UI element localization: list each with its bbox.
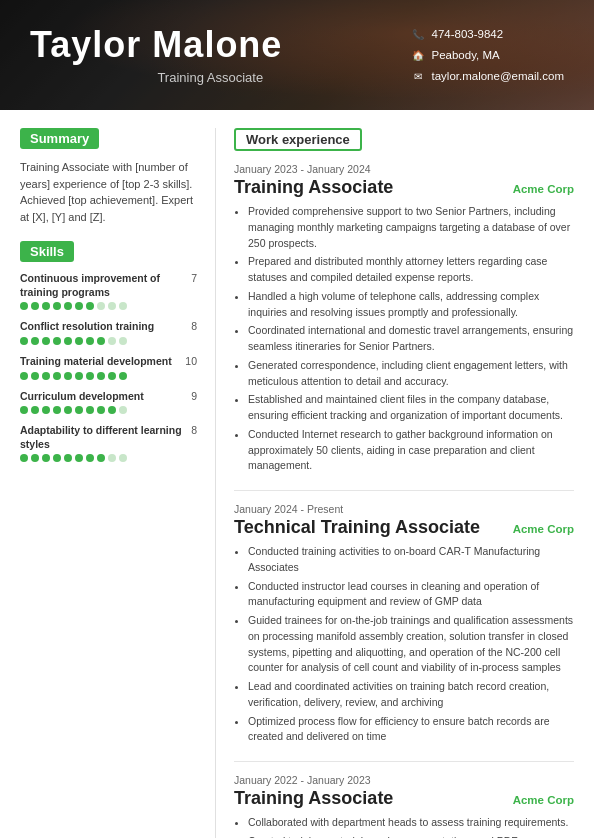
skill-dot <box>64 302 72 310</box>
job-bullet: Lead and coordinated activities on train… <box>248 679 574 711</box>
skill-score: 9 <box>191 390 197 402</box>
job-bullet: Collaborated with department heads to as… <box>248 815 574 831</box>
skill-dot <box>42 406 50 414</box>
skill-dot <box>53 454 61 462</box>
skill-dot <box>86 372 94 380</box>
skill-dots <box>20 372 197 380</box>
skill-dot <box>42 302 50 310</box>
skill-dot <box>86 302 94 310</box>
candidate-name: Taylor Malone <box>30 25 411 65</box>
job-bullet: Conducted Internet research to gather ba… <box>248 427 574 474</box>
header-left: Taylor Malone Training Associate <box>30 25 411 86</box>
skill-dot <box>64 372 72 380</box>
job-bullets: Collaborated with department heads to as… <box>234 815 574 838</box>
skill-dot <box>75 302 83 310</box>
skill-dot <box>119 302 127 310</box>
skill-dot <box>31 302 39 310</box>
skill-dot <box>86 454 94 462</box>
skill-dot <box>108 406 116 414</box>
job-bullet: Conducted instructor lead courses in cle… <box>248 579 574 611</box>
job-period: January 2022 - January 2023 <box>234 774 574 786</box>
skill-dot <box>97 406 105 414</box>
job-company: Acme Corp <box>513 183 574 195</box>
summary-header: Summary <box>20 128 99 149</box>
job-bullet: Created training materials such as prese… <box>248 834 574 838</box>
phone-icon: 📞 <box>411 27 425 41</box>
skill-dot <box>53 372 61 380</box>
job-bullet: Coordinated international and domestic t… <box>248 323 574 355</box>
job-title: Training Associate <box>234 788 393 809</box>
skill-dot <box>75 337 83 345</box>
skill-score: 8 <box>191 320 197 332</box>
skill-dot <box>31 406 39 414</box>
skill-dots <box>20 337 197 345</box>
job-divider <box>234 761 574 762</box>
job-divider <box>234 490 574 491</box>
job-bullet: Prepared and distributed monthly attorne… <box>248 254 574 286</box>
skill-name: Continuous improvement of training progr… <box>20 272 187 299</box>
candidate-title: Training Associate <box>10 70 411 85</box>
skill-item: Conflict resolution training8 <box>20 320 197 345</box>
location-icon: 🏠 <box>411 48 425 62</box>
skill-dot <box>97 302 105 310</box>
skill-dot <box>97 454 105 462</box>
skill-dot <box>64 406 72 414</box>
skill-name: Conflict resolution training <box>20 320 187 334</box>
job-bullet: Optimized process flow for efficiency to… <box>248 714 574 746</box>
skill-dots <box>20 302 197 310</box>
left-column: Summary Training Associate with [number … <box>20 128 215 838</box>
skill-item: Curriculum development9 <box>20 390 197 415</box>
location-item: 🏠 Peabody, MA <box>411 48 564 62</box>
job-header: Technical Training AssociateAcme Corp <box>234 517 574 538</box>
work-experience-header: Work experience <box>234 128 362 151</box>
skill-score: 8 <box>191 424 197 436</box>
skill-dot <box>20 372 28 380</box>
skill-dot <box>97 337 105 345</box>
skill-name: Training material development <box>20 355 181 369</box>
skill-dot <box>31 454 39 462</box>
skill-dot <box>75 454 83 462</box>
skill-dot <box>97 372 105 380</box>
skill-dots <box>20 406 197 414</box>
job-header: Training AssociateAcme Corp <box>234 788 574 809</box>
skill-dot <box>20 337 28 345</box>
skill-dot <box>53 302 61 310</box>
email-text: taylor.malone@email.com <box>432 70 564 82</box>
skill-score: 7 <box>191 272 197 284</box>
skills-list: Continuous improvement of training progr… <box>20 272 197 462</box>
skill-item: Continuous improvement of training progr… <box>20 272 197 310</box>
skill-item: Adaptability to different learning style… <box>20 424 197 462</box>
skill-dot <box>108 454 116 462</box>
skill-item: Training material development10 <box>20 355 197 380</box>
skill-name: Curriculum development <box>20 390 187 404</box>
phone-item: 📞 474-803-9842 <box>411 27 564 41</box>
skill-dot <box>119 337 127 345</box>
skill-dot <box>31 372 39 380</box>
skill-dot <box>75 406 83 414</box>
header-content: Taylor Malone Training Associate 📞 474-8… <box>0 25 594 86</box>
skill-dot <box>75 372 83 380</box>
jobs-list: January 2023 - January 2024Training Asso… <box>234 163 574 838</box>
main-content: Summary Training Associate with [number … <box>0 110 594 838</box>
skills-header: Skills <box>20 241 74 262</box>
summary-section: Summary Training Associate with [number … <box>20 128 197 225</box>
skill-dot <box>86 337 94 345</box>
job-bullets: Provided comprehensive support to two Se… <box>234 204 574 474</box>
skill-dot <box>64 337 72 345</box>
skill-dot <box>119 372 127 380</box>
job-title: Training Associate <box>234 177 393 198</box>
job-period: January 2024 - Present <box>234 503 574 515</box>
right-column: Work experience January 2023 - January 2… <box>215 128 574 838</box>
summary-text: Training Associate with [number of years… <box>20 159 197 225</box>
skill-dot <box>20 302 28 310</box>
job-bullet: Guided trainees for on-the-job trainings… <box>248 613 574 676</box>
job-bullet: Established and maintained client files … <box>248 392 574 424</box>
skill-name: Adaptability to different learning style… <box>20 424 187 451</box>
skill-dot <box>119 406 127 414</box>
job-bullet: Provided comprehensive support to two Se… <box>248 204 574 251</box>
skill-dot <box>108 302 116 310</box>
skill-dot <box>42 454 50 462</box>
skill-score: 10 <box>185 355 197 367</box>
location-text: Peabody, MA <box>432 49 500 61</box>
skill-dots <box>20 454 197 462</box>
